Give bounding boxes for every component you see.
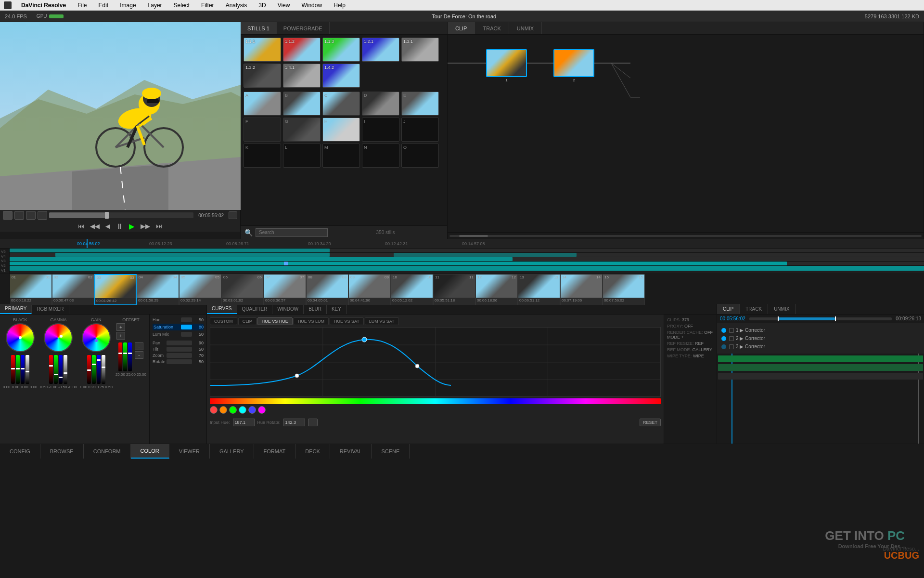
still-G[interactable]: G xyxy=(283,118,321,142)
menu-window[interactable]: Window xyxy=(299,1,324,10)
still-E[interactable]: E xyxy=(401,92,439,116)
tab-key[interactable]: KEY xyxy=(327,304,346,314)
clip-14[interactable]: 1414 00:07:19:06 xyxy=(560,274,603,305)
still-thumb-6[interactable]: 1.3.2 xyxy=(244,64,281,88)
slider-offset-g[interactable] xyxy=(123,342,127,371)
footer-tab-conform[interactable]: CONFORM xyxy=(84,444,131,459)
menu-app[interactable]: DaVinci Resolve xyxy=(19,1,68,10)
lummix-slider[interactable] xyxy=(181,332,192,337)
still-thumb-7[interactable]: 1.4.1 xyxy=(283,64,321,88)
subtab-lum-vs-sat[interactable]: LUM VS SAT xyxy=(365,317,399,325)
slider-gain-r[interactable] xyxy=(87,355,91,384)
tab-blur[interactable]: BLUR xyxy=(304,304,327,314)
still-L[interactable]: L xyxy=(283,144,321,168)
tab-window[interactable]: WINDOW xyxy=(272,304,304,314)
clip-mini-progress[interactable] xyxy=(749,317,892,320)
zoom-slider[interactable] xyxy=(167,353,192,358)
loop-button[interactable] xyxy=(229,211,237,219)
node-tab-track[interactable]: TRACK xyxy=(475,22,509,34)
menu-analysis[interactable]: Analysis xyxy=(224,1,249,10)
footer-tab-format[interactable]: FORMAT xyxy=(254,444,296,459)
pause-button[interactable]: ⏸ xyxy=(116,222,123,230)
slider-black-b[interactable] xyxy=(21,355,25,384)
menu-layer[interactable]: Layer xyxy=(146,1,164,10)
clip-10[interactable]: 1010 00:05:12:02 xyxy=(391,274,433,305)
slider-offset-r[interactable] xyxy=(118,342,122,371)
grade-item-2[interactable]: 2 ▶ Corrector xyxy=(720,334,921,342)
clip-info-tab-track[interactable]: TRACK xyxy=(740,304,768,314)
still-F[interactable]: F xyxy=(244,118,281,142)
input-hue-field[interactable] xyxy=(233,419,255,426)
node-tab-unmix[interactable]: UNMIX xyxy=(509,22,542,34)
clip-info-tab-unmix[interactable]: UNMIX xyxy=(768,304,796,314)
still-C[interactable]: C xyxy=(322,92,360,116)
footer-tab-scene[interactable]: SCENE xyxy=(372,444,410,459)
menu-filter[interactable]: Filter xyxy=(199,1,216,10)
tab-rgb-mixer[interactable]: RGB MIXER xyxy=(32,304,69,314)
footer-tab-config[interactable]: CONFIG xyxy=(0,444,40,459)
footer-tab-browse[interactable]: BROWSE xyxy=(40,444,84,459)
subtab-clip[interactable]: CLIP xyxy=(238,317,257,325)
still-thumb-8[interactable]: 1.4.2 xyxy=(322,64,360,88)
still-K[interactable]: K xyxy=(244,144,281,168)
wheel-gain-control[interactable] xyxy=(82,323,111,352)
clip-01[interactable]: 0101 00:00:18:22 xyxy=(10,274,52,305)
still-I[interactable]: I xyxy=(362,118,399,142)
tab-qualifier[interactable]: QUALIFIER xyxy=(237,304,273,314)
still-thumb-2[interactable]: 1.1.2 xyxy=(283,38,321,62)
curve-canvas[interactable] xyxy=(210,327,661,397)
saturation-slider[interactable] xyxy=(181,325,192,329)
forward-button[interactable]: ⏭ xyxy=(156,223,162,230)
subtab-hue-vs-hue[interactable]: HUE VS HUE xyxy=(257,317,293,325)
reset-button[interactable]: RESET xyxy=(640,419,661,426)
slider-gain-g[interactable] xyxy=(92,355,96,384)
node-2[interactable]: 2 xyxy=(553,49,594,82)
still-O[interactable]: O xyxy=(401,144,439,168)
footer-tab-gallery[interactable]: GALLERY xyxy=(210,444,254,459)
progress-bar[interactable] xyxy=(49,212,193,218)
wheel-black-control[interactable] xyxy=(6,323,35,352)
still-thumb-1[interactable]: 1.1.1 xyxy=(244,38,281,62)
still-D[interactable]: D xyxy=(362,92,399,116)
clip-info-tab-clip[interactable]: CLIP xyxy=(717,304,740,314)
slider-gain-w[interactable] xyxy=(102,355,105,384)
hue-rotate-field[interactable] xyxy=(283,419,305,426)
menu-view[interactable]: View xyxy=(276,1,292,10)
clip-09[interactable]: 0909 00:04:41:90 xyxy=(348,274,391,305)
clip-13[interactable]: 1313 00:06:51:12 xyxy=(518,274,560,305)
dot-orange[interactable] xyxy=(219,406,227,414)
clip-15[interactable]: 1515 00:07:56:02 xyxy=(603,274,645,305)
play-back-button[interactable]: ◀ xyxy=(105,223,110,230)
clip-11[interactable]: 1111 00:05:51:18 xyxy=(433,274,475,305)
prev-frame-button[interactable]: ◀◀ xyxy=(90,223,100,230)
clip-08[interactable]: 0808 00:04:05:01 xyxy=(306,274,348,305)
still-H[interactable]: H xyxy=(322,118,360,142)
clip-07[interactable]: 0707 00:03:36:57 xyxy=(264,274,306,305)
tab-primary[interactable]: PRIMARY xyxy=(0,304,32,314)
node-scroll-track[interactable] xyxy=(449,235,922,237)
clip-02[interactable]: 0202 00:00:47:03 xyxy=(52,274,94,305)
view-mode-icon-4[interactable] xyxy=(38,211,47,220)
subtab-hue-vs-sat[interactable]: HUE VS SAT xyxy=(330,317,364,325)
stills-search-input[interactable] xyxy=(256,228,328,237)
tab-curves[interactable]: CURVES xyxy=(207,304,237,314)
clip-12[interactable]: 1212 00:06:18:06 xyxy=(475,274,518,305)
tilt-slider[interactable] xyxy=(167,347,192,352)
still-M[interactable]: M xyxy=(322,144,360,168)
dot-cyan[interactable] xyxy=(239,406,246,414)
dot-blue[interactable] xyxy=(248,406,256,414)
slider-gamma-b[interactable] xyxy=(59,355,63,384)
clip-06[interactable]: 0606 00:03:01:62 xyxy=(221,274,264,305)
curves-eyedropper[interactable] xyxy=(308,419,318,426)
node-1[interactable]: 1 xyxy=(486,49,527,82)
still-thumb-4[interactable]: 1.2.1 xyxy=(362,38,399,62)
tab-stills1[interactable]: STILLS 1 xyxy=(241,22,277,34)
menu-help[interactable]: Help xyxy=(332,1,347,10)
clip-04[interactable]: 0404 00:01:58:29 xyxy=(137,274,179,305)
still-thumb-5[interactable]: 1.3.1 xyxy=(401,38,439,62)
pan-slider[interactable] xyxy=(167,341,192,345)
clip-03[interactable]: 0303 00:01:26:42 xyxy=(94,274,137,305)
footer-tab-revival[interactable]: REVIVAL xyxy=(330,444,372,459)
offset-plus-button[interactable]: + xyxy=(116,323,125,331)
offset-plus2-button[interactable]: + xyxy=(116,332,125,340)
